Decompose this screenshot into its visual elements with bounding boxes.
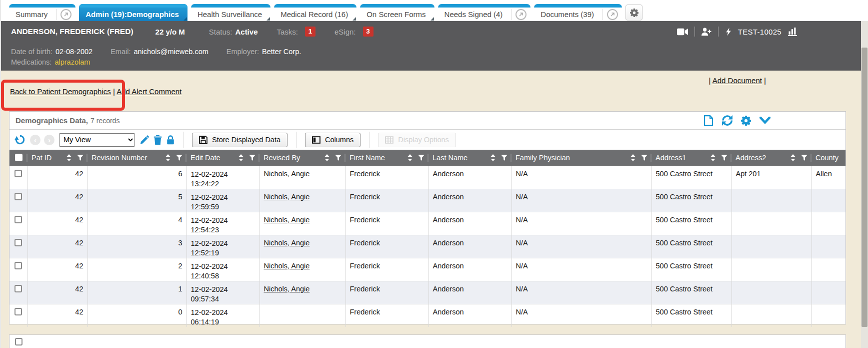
filter-funnel-icon[interactable] <box>335 155 342 161</box>
sort-icon[interactable] <box>490 154 496 161</box>
filter-funnel-icon[interactable] <box>721 155 728 161</box>
popout-arrow-icon <box>60 9 72 20</box>
column-header-county[interactable]: County <box>812 150 846 166</box>
sort-icon[interactable] <box>66 154 72 161</box>
sort-icon[interactable] <box>238 154 244 161</box>
filter-funnel-icon[interactable] <box>801 155 808 161</box>
reset-view-icon[interactable] <box>14 134 26 145</box>
select-all-checkbox[interactable] <box>15 154 22 161</box>
row-checkbox[interactable] <box>14 216 22 223</box>
tab-summary[interactable]: Summary <box>9 4 76 21</box>
sort-icon[interactable] <box>630 154 636 161</box>
row-checkbox[interactable] <box>14 193 22 200</box>
cell-edit-date: 12-02-202412:59:59 <box>186 189 260 212</box>
filter-funnel-icon[interactable] <box>176 155 182 161</box>
tab-documents-popout-button[interactable] <box>602 9 618 20</box>
column-header-revision-number[interactable]: Revision Number <box>88 150 186 166</box>
column-header-family-physician[interactable]: Family Physician <box>512 150 652 166</box>
revised-by-link[interactable]: Nichols, Angie <box>264 285 310 293</box>
column-header-address1[interactable]: Address1 <box>652 150 732 166</box>
gear-icon[interactable] <box>741 116 751 126</box>
delete-view-trash-icon[interactable] <box>154 135 162 145</box>
sort-icon[interactable] <box>790 154 796 161</box>
revised-by-link[interactable]: Nichols, Angie <box>264 193 310 201</box>
tab-needs-signed[interactable]: Needs Signed (4) <box>438 4 531 21</box>
employer-label: Employer: <box>226 48 259 56</box>
tab-admin-label: Admin (19):Demographics <box>79 7 186 19</box>
column-header-pat-id[interactable]: Pat ID <box>28 150 88 166</box>
sort-icon[interactable] <box>408 154 412 161</box>
cell-last-name: Anderson <box>428 235 512 258</box>
cell-revised-by <box>260 304 346 327</box>
row-checkbox[interactable] <box>14 262 22 269</box>
filter-funnel-icon[interactable] <box>501 155 508 161</box>
table-row: 42 2 12-02-202412:40:58 Nichols, Angie F… <box>10 258 846 281</box>
cell-address1: 500 Castro Street <box>652 235 732 258</box>
revised-by-link[interactable]: Nichols, Angie <box>264 216 310 224</box>
divider <box>718 27 718 37</box>
store-displayed-data-button[interactable]: Store Displayed Data <box>192 133 288 147</box>
vertical-scrollbar-thumb[interactable] <box>862 48 868 327</box>
medications-value[interactable]: alprazolam <box>54 58 90 66</box>
gears-icon <box>630 9 638 17</box>
revised-by-link[interactable]: Nichols, Angie <box>264 262 310 270</box>
tab-summary-popout-button[interactable] <box>56 9 72 20</box>
tab-on-screen-forms[interactable]: On Screen Forms <box>360 4 434 21</box>
row-checkbox[interactable] <box>15 338 22 345</box>
tab-needs-signed-popout-button[interactable] <box>511 9 526 20</box>
patient-name: ANDERSON, FREDERICK (FRED) <box>11 27 134 36</box>
view-select[interactable]: My View <box>59 133 135 147</box>
filter-funnel-icon[interactable] <box>641 155 648 161</box>
add-person-icon[interactable] <box>702 28 712 36</box>
row-checkbox[interactable] <box>14 239 22 246</box>
chart-id: TEST-10025 <box>738 28 782 36</box>
filter-funnel-icon[interactable] <box>418 155 424 161</box>
sort-icon[interactable] <box>710 154 716 161</box>
add-document-link[interactable]: Add Document <box>712 76 762 85</box>
columns-button[interactable]: Columns <box>305 133 360 147</box>
column-header-first-name[interactable]: First Name <box>346 150 428 166</box>
revised-by-link[interactable]: Nichols, Angie <box>264 170 310 178</box>
row-checkbox[interactable] <box>14 285 22 292</box>
cell-pat-id: 42 <box>28 189 88 212</box>
filter-funnel-icon[interactable] <box>77 155 84 161</box>
lock-view-icon[interactable] <box>166 135 174 145</box>
column-header-edit-date[interactable]: Edit Date <box>186 150 260 166</box>
column-header-revised-by[interactable]: Revised By <box>260 150 346 166</box>
cell-revised-by: Nichols, Angie <box>260 212 346 235</box>
lightning-bolt-icon[interactable] <box>725 27 732 37</box>
tab-settings-button[interactable] <box>626 5 642 21</box>
tab-fold-corner-icon <box>430 17 434 21</box>
tab-medical-record[interactable]: Medical Record (16) <box>274 4 356 21</box>
row-checkbox[interactable] <box>14 308 22 315</box>
tab-admin-demographics[interactable]: Admin (19):Demographics <box>79 4 188 21</box>
video-camera-icon[interactable] <box>677 28 688 36</box>
column-header-last-name[interactable]: Last Name <box>428 150 512 166</box>
collapse-chevron-down-icon[interactable] <box>760 117 770 124</box>
tab-health-surveillance[interactable]: Health Surveillance <box>191 4 270 21</box>
display-options-label: Display Options <box>398 136 449 144</box>
tasks-count-badge[interactable]: 1 <box>305 27 316 37</box>
add-alert-comment-link[interactable]: Add Alert Comment <box>116 87 182 96</box>
cell-address2 <box>732 281 812 304</box>
display-options-button: Display Options <box>378 133 456 147</box>
flowsheet-chart-icon[interactable] <box>788 28 797 36</box>
row-checkbox[interactable] <box>14 170 22 177</box>
refresh-icon[interactable] <box>722 115 732 126</box>
tab-documents[interactable]: Documents (39) <box>534 4 622 21</box>
new-document-icon[interactable] <box>704 115 714 126</box>
cell-pat-id: 42 <box>28 212 88 235</box>
cell-address2: Apt 201 <box>732 166 812 189</box>
cell-first-name: Frederick <box>346 258 428 281</box>
cell-last-name: Anderson <box>428 258 512 281</box>
cell-address2 <box>732 212 812 235</box>
sort-icon[interactable] <box>166 154 170 161</box>
column-header-address2[interactable]: Address2 <box>732 150 812 166</box>
filter-funnel-icon[interactable] <box>249 155 256 161</box>
cell-address2 <box>732 304 812 327</box>
esign-count-badge[interactable]: 3 <box>363 27 374 37</box>
edit-view-pencil-icon[interactable] <box>140 135 149 145</box>
revised-by-link[interactable]: Nichols, Angie <box>264 239 310 247</box>
cell-address1: 500 Castro Street <box>652 189 732 212</box>
sort-icon[interactable] <box>324 154 330 161</box>
